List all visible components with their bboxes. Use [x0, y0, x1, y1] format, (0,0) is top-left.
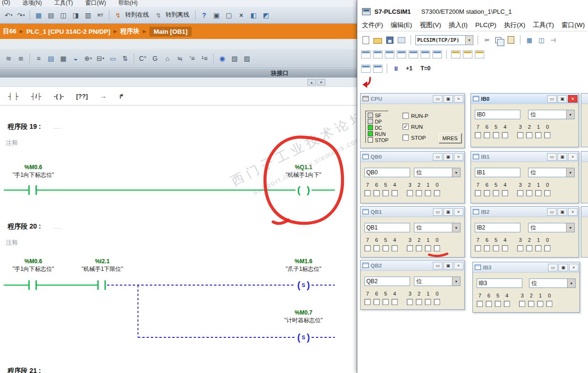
maximize-button[interactable]: ▣	[443, 95, 453, 103]
bit-checkbox-6[interactable]	[484, 132, 490, 138]
maximize-button[interactable]: ▣	[443, 208, 453, 216]
network-19-title[interactable]: 程序段 19 : ....	[8, 123, 61, 131]
open-branch-icon[interactable]: →	[97, 90, 110, 102]
dropdown-arrow-icon[interactable]: ▼	[566, 223, 574, 232]
bit-checkbox-6[interactable]	[484, 245, 490, 251]
operand-name[interactable]: "爪子1标志位"	[285, 266, 321, 272]
network-19-rung[interactable]: ( ) %M0.6 "手1向下标志位" %Q1.1 "机械手1向下"	[0, 156, 357, 203]
toolbar-icon[interactable]: ⊟▾	[95, 53, 106, 64]
operand-name[interactable]: "计时器标志位"	[284, 317, 323, 324]
bit-checkbox-4[interactable]	[392, 190, 398, 196]
bit-checkbox-4[interactable]	[504, 301, 510, 307]
split-editor-horizontal-icon[interactable]: ◧	[248, 10, 259, 21]
bit-checkbox-0[interactable]	[544, 132, 550, 138]
bit-checkbox-2[interactable]	[526, 190, 532, 196]
address-input[interactable]	[364, 277, 410, 286]
bit-checkbox-1[interactable]	[535, 245, 541, 251]
toolbar-icon[interactable]: ▤	[45, 10, 57, 21]
minimize-button[interactable]: ▭	[433, 95, 442, 103]
bit-checkbox-3[interactable]	[407, 299, 413, 305]
bit-checkbox-5[interactable]	[495, 301, 501, 307]
bit-checkbox-2[interactable]	[526, 245, 532, 251]
run-checkbox[interactable]: ✓	[402, 124, 409, 130]
contact-nc-icon[interactable]: ┤/├	[28, 90, 45, 102]
format-select[interactable]: 位 ▼	[414, 223, 461, 232]
toolbar-icon[interactable]: '≡	[186, 53, 198, 64]
toolbar-icon[interactable]: ⊕▾	[82, 53, 94, 64]
bit-checkbox-5[interactable]	[493, 190, 499, 196]
operand-name[interactable]: "手1向下标志位"	[12, 266, 54, 272]
toolbar-icon[interactable]: ▢	[223, 10, 235, 21]
collapse-up-icon[interactable]: ▲	[307, 79, 316, 86]
bit-checkbox-5[interactable]	[382, 190, 389, 196]
bit-checkbox-7[interactable]	[475, 190, 481, 196]
undo-icon[interactable]: ↶▾	[3, 10, 14, 21]
dropdown-arrow-icon[interactable]: ▼	[566, 168, 574, 177]
go-online-label[interactable]: 转到在线	[125, 11, 149, 19]
bit-checkbox-3[interactable]	[517, 245, 523, 251]
bit-checkbox-0[interactable]	[434, 190, 440, 196]
minimize-button[interactable]: ▭	[433, 262, 442, 269]
window-titlebar[interactable]: IB1 ▭ ▣ ×	[471, 152, 578, 162]
redo-icon[interactable]: ↷▾	[15, 10, 27, 21]
toolbar-icon[interactable]: ≒	[174, 53, 186, 64]
menu-window[interactable]: 窗口(W)	[85, 0, 106, 7]
dropdown-arrow-icon[interactable]: ▼	[452, 277, 460, 286]
toolbar-icon[interactable]: ▣	[211, 10, 222, 21]
toolbar-icon[interactable]: ▦	[58, 53, 69, 64]
dropdown-arrow-icon[interactable]: ▼	[452, 168, 460, 177]
format-select[interactable]: 位 ▼	[528, 110, 575, 119]
menu-fragment[interactable]: (O)	[2, 0, 10, 6]
format-select[interactable]: 位 ▼	[414, 277, 461, 286]
breadcrumb-main-ob1[interactable]: Main [OB1]	[149, 27, 192, 37]
bit-checkbox-4[interactable]	[392, 245, 398, 251]
bit-checkbox-7[interactable]	[364, 245, 371, 251]
network-19-comment[interactable]: 注释	[6, 139, 18, 147]
run-p-checkbox[interactable]	[402, 113, 409, 119]
minimize-button[interactable]: ▭	[547, 153, 557, 161]
bit-checkbox-4[interactable]	[502, 190, 508, 196]
window-titlebar[interactable]: IB2 ▭ ▣ ×	[471, 207, 578, 217]
operand-address[interactable]: %M0.6	[24, 258, 42, 265]
bit-checkbox-3[interactable]	[517, 132, 523, 138]
go-online-icon[interactable]: ↯	[112, 10, 124, 21]
toolbar-icon[interactable]: ≌	[15, 53, 27, 64]
bit-checkbox-0[interactable]	[546, 301, 552, 307]
bit-checkbox-0[interactable]	[434, 299, 440, 305]
toolbar-icon[interactable]: ⌂	[162, 53, 173, 64]
bit-checkbox-2[interactable]	[416, 299, 422, 305]
bit-checkbox-1[interactable]	[425, 299, 431, 305]
bit-checkbox-7[interactable]	[364, 190, 371, 196]
bit-checkbox-0[interactable]	[544, 190, 550, 196]
window-titlebar[interactable]: CPU ▭ ▣ ×	[361, 94, 464, 104]
operand-address[interactable]: %M1.6	[294, 258, 313, 265]
operand-address[interactable]: %M0.6	[24, 164, 42, 171]
operand-name[interactable]: "手1向下标志位"	[12, 172, 54, 178]
bit-checkbox-1[interactable]	[425, 190, 431, 196]
split-editor-vertical-icon[interactable]: ◩	[260, 10, 272, 21]
stop-checkbox[interactable]	[402, 134, 409, 141]
toolbar-icon[interactable]: G	[149, 53, 161, 64]
comment-toggle-icon[interactable]: ◒	[70, 53, 81, 64]
bit-checkbox-4[interactable]	[392, 299, 398, 305]
maximize-button[interactable]: ▣	[558, 208, 567, 216]
bit-checkbox-3[interactable]	[517, 190, 523, 196]
toolbar-icon[interactable]: ▭	[107, 53, 118, 64]
operand-name[interactable]: "机械手1向下"	[285, 172, 321, 178]
window-titlebar[interactable]: QB0 ▭ ▣ ×	[361, 152, 464, 162]
mres-button[interactable]: MRES	[439, 133, 461, 143]
address-input[interactable]	[364, 168, 410, 177]
bit-checkbox-4[interactable]	[502, 245, 508, 251]
menu-help[interactable]: 帮助(H)	[118, 0, 138, 7]
bit-checkbox-2[interactable]	[416, 190, 422, 196]
bit-checkbox-5[interactable]	[493, 132, 499, 138]
operand-name[interactable]: "机械手1下限位"	[81, 266, 123, 272]
maximize-button[interactable]: ▣	[559, 264, 568, 271]
window-titlebar[interactable]: IB3 ▭ ▣ ×	[473, 262, 579, 273]
close-button[interactable]: ×	[454, 208, 463, 216]
close-button[interactable]: ×	[568, 95, 578, 103]
bit-checkbox-7[interactable]	[477, 301, 483, 307]
bit-checkbox-7[interactable]	[475, 132, 481, 138]
window-titlebar[interactable]: QB1 ▭ ▣ ×	[361, 207, 464, 217]
dropdown-arrow-icon[interactable]: ▼	[567, 279, 575, 287]
